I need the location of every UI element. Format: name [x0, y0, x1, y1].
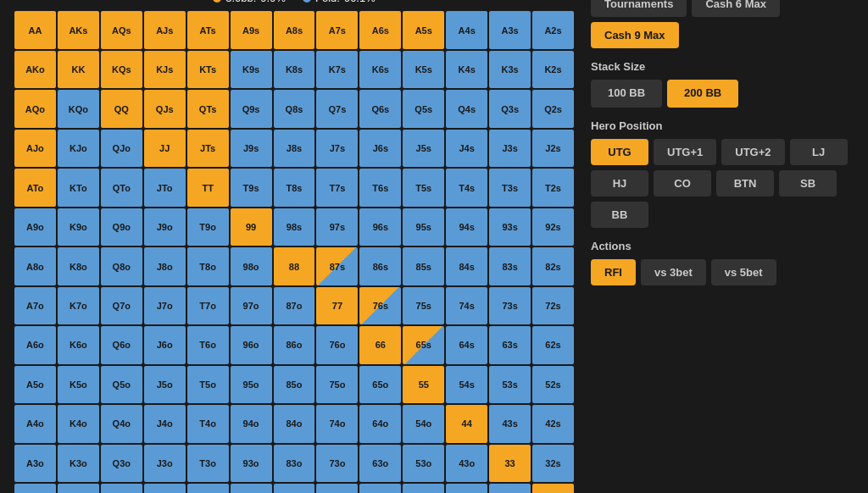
- grid-cell-83s[interactable]: 83s: [489, 247, 531, 285]
- grid-cell-62s[interactable]: 62s: [532, 326, 574, 363]
- grid-cell-kk[interactable]: KK: [58, 51, 99, 88]
- grid-cell-87o[interactable]: 87o: [274, 287, 315, 324]
- grid-cell-t6s[interactable]: T6s: [359, 169, 401, 206]
- grid-cell-qto[interactable]: QTo: [101, 169, 142, 206]
- grid-cell-k5o[interactable]: K5o: [58, 366, 99, 403]
- grid-cell-52s[interactable]: 52s: [532, 366, 574, 403]
- grid-cell-a6s[interactable]: A6s: [359, 11, 401, 48]
- grid-cell-kto[interactable]: KTo: [58, 169, 99, 206]
- grid-cell-82s[interactable]: 82s: [532, 247, 574, 285]
- grid-cell-a9s[interactable]: A9s: [231, 11, 272, 48]
- grid-cell-t3o[interactable]: T3o: [187, 445, 229, 482]
- grid-cell-q2s[interactable]: Q2s: [532, 90, 574, 127]
- grid-cell-k3o[interactable]: K3o: [58, 445, 99, 482]
- grid-cell-q3s[interactable]: Q3s: [489, 90, 531, 127]
- grid-cell-92s[interactable]: 92s: [532, 208, 574, 246]
- grid-cell-t9o[interactable]: T9o: [187, 208, 229, 246]
- grid-cell-44[interactable]: 44: [446, 405, 487, 442]
- grid-cell-j9o[interactable]: J9o: [144, 208, 186, 246]
- grid-cell-t7s[interactable]: T7s: [316, 169, 358, 206]
- grid-cell-kqo[interactable]: KQo: [58, 90, 99, 127]
- grid-cell-76o[interactable]: 76o: [316, 326, 358, 363]
- grid-cell-k7o[interactable]: K7o: [58, 287, 99, 324]
- grid-cell-a9o[interactable]: A9o: [14, 208, 56, 246]
- grid-cell-54s[interactable]: 54s: [446, 366, 487, 403]
- grid-cell-aa[interactable]: AA: [14, 11, 56, 48]
- position-utg+2-button[interactable]: UTG+2: [721, 139, 784, 165]
- position-utg+1-button[interactable]: UTG+1: [654, 139, 716, 165]
- game-type-tournaments-button[interactable]: Tournaments: [591, 0, 687, 17]
- grid-cell-64s[interactable]: 64s: [446, 326, 487, 363]
- grid-cell-86s[interactable]: 86s: [359, 247, 401, 285]
- grid-cell-a7s[interactable]: A7s: [316, 11, 358, 48]
- grid-cell-q8o[interactable]: Q8o: [101, 247, 142, 285]
- grid-cell-j3o[interactable]: J3o: [144, 445, 186, 482]
- grid-cell-q6s[interactable]: Q6s: [359, 90, 401, 127]
- grid-cell-85s[interactable]: 85s: [403, 247, 444, 285]
- grid-cell-95o[interactable]: 95o: [231, 366, 272, 403]
- grid-cell-94s[interactable]: 94s: [446, 208, 487, 246]
- grid-cell-t4o[interactable]: T4o: [187, 405, 229, 442]
- grid-cell-k9o[interactable]: K9o: [58, 208, 99, 246]
- grid-cell-q4s[interactable]: Q4s: [446, 90, 487, 127]
- grid-cell-85o[interactable]: 85o: [274, 366, 315, 403]
- grid-cell-53o[interactable]: 53o: [403, 445, 444, 482]
- grid-cell-ajo[interactable]: AJo: [14, 130, 56, 167]
- grid-cell-a3o[interactable]: A3o: [14, 445, 56, 482]
- grid-cell-74s[interactable]: 74s: [446, 287, 487, 324]
- grid-cell-66[interactable]: 66: [359, 326, 401, 363]
- position-utg-button[interactable]: UTG: [591, 139, 648, 165]
- grid-cell-k5s[interactable]: K5s: [403, 51, 444, 88]
- grid-cell-t3s[interactable]: T3s: [489, 169, 531, 206]
- grid-cell-43o[interactable]: 43o: [446, 445, 487, 482]
- grid-cell-t5o[interactable]: T5o: [187, 366, 229, 403]
- grid-cell-jto[interactable]: JTo: [144, 169, 186, 206]
- stack-100bb-button[interactable]: 100 BB: [591, 80, 662, 108]
- grid-cell-33[interactable]: 33: [489, 445, 531, 482]
- grid-cell-72o[interactable]: 72o: [316, 484, 358, 493]
- grid-cell-73o[interactable]: 73o: [316, 445, 358, 482]
- action-vs-5bet-button[interactable]: vs 5bet: [711, 259, 776, 285]
- grid-cell-86o[interactable]: 86o: [274, 326, 315, 363]
- grid-cell-qq[interactable]: QQ: [101, 90, 142, 127]
- grid-cell-98s[interactable]: 98s: [274, 208, 315, 246]
- grid-cell-22[interactable]: 22: [532, 484, 574, 493]
- grid-cell-k9s[interactable]: K9s: [231, 51, 272, 88]
- grid-cell-t6o[interactable]: T6o: [187, 326, 229, 363]
- grid-cell-54o[interactable]: 54o: [403, 405, 444, 442]
- position-co-button[interactable]: CO: [654, 170, 711, 197]
- grid-cell-99[interactable]: 99: [231, 208, 272, 246]
- grid-cell-75s[interactable]: 75s: [403, 287, 444, 324]
- grid-cell-96o[interactable]: 96o: [231, 326, 272, 363]
- grid-cell-q5s[interactable]: Q5s: [403, 90, 444, 127]
- grid-cell-a8o[interactable]: A8o: [14, 247, 56, 285]
- grid-cell-k4s[interactable]: K4s: [446, 51, 487, 88]
- grid-cell-j8s[interactable]: J8s: [274, 130, 315, 167]
- grid-cell-88[interactable]: 88: [274, 247, 315, 285]
- grid-cell-j4s[interactable]: J4s: [446, 130, 487, 167]
- grid-cell-42s[interactable]: 42s: [532, 405, 574, 442]
- grid-cell-qts[interactable]: QTs: [187, 90, 229, 127]
- grid-cell-75o[interactable]: 75o: [316, 366, 358, 403]
- grid-cell-ako[interactable]: AKo: [14, 51, 56, 88]
- grid-cell-87s[interactable]: 87s: [316, 247, 358, 285]
- grid-cell-74o[interactable]: 74o: [316, 405, 358, 442]
- grid-cell-jts[interactable]: JTs: [187, 130, 229, 167]
- grid-cell-93s[interactable]: 93s: [489, 208, 531, 246]
- grid-cell-q7o[interactable]: Q7o: [101, 287, 142, 324]
- grid-cell-95s[interactable]: 95s: [403, 208, 444, 246]
- position-lj-button[interactable]: LJ: [790, 139, 848, 165]
- grid-cell-ato[interactable]: ATo: [14, 169, 56, 206]
- grid-cell-k6s[interactable]: K6s: [359, 51, 401, 88]
- grid-cell-kjs[interactable]: KJs: [144, 51, 186, 88]
- grid-cell-t8o[interactable]: T8o: [187, 247, 229, 285]
- grid-cell-94o[interactable]: 94o: [231, 405, 272, 442]
- grid-cell-k8o[interactable]: K8o: [58, 247, 99, 285]
- grid-cell-jj[interactable]: JJ: [144, 130, 186, 167]
- grid-cell-k4o[interactable]: K4o: [58, 405, 99, 442]
- grid-cell-t8s[interactable]: T8s: [274, 169, 315, 206]
- grid-cell-qjs[interactable]: QJs: [144, 90, 186, 127]
- position-btn-button[interactable]: BTN: [716, 170, 774, 197]
- grid-cell-65s[interactable]: 65s: [403, 326, 444, 363]
- grid-cell-a6o[interactable]: A6o: [14, 326, 56, 363]
